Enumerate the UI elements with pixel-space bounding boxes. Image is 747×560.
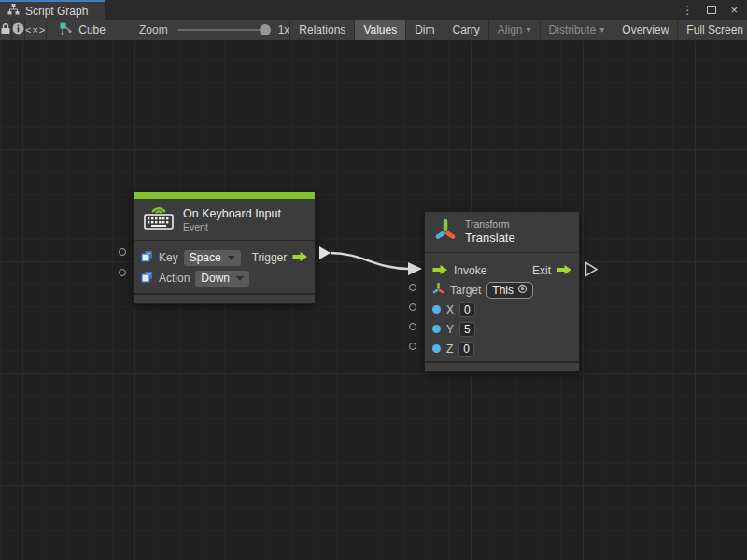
x-value-field[interactable]: 0 xyxy=(459,302,475,317)
tab-title: Script Graph xyxy=(25,5,88,18)
x-port-label: X xyxy=(446,303,454,316)
window-menu-icon[interactable]: ⋮ xyxy=(682,4,693,17)
action-dropdown[interactable]: Down xyxy=(195,271,249,287)
maximize-icon[interactable] xyxy=(707,6,716,14)
zoom-value: 1x xyxy=(278,23,290,36)
transform-mini-icon xyxy=(432,282,444,299)
lock-button[interactable] xyxy=(0,20,12,40)
y-value-field[interactable]: 5 xyxy=(459,322,475,337)
z-port-label: Z xyxy=(446,343,453,356)
literal-icon xyxy=(141,270,153,287)
trigger-output-port[interactable] xyxy=(319,246,331,259)
fullscreen-button[interactable]: Full Screen xyxy=(678,20,747,40)
x-input-port[interactable] xyxy=(409,303,416,311)
chevron-down-icon xyxy=(228,256,235,260)
value-port-icon xyxy=(432,344,441,353)
node-footer xyxy=(425,361,579,371)
zoom-slider[interactable] xyxy=(177,29,271,31)
node-on-keyboard-input[interactable]: On Keyboard Input Event Key Space xyxy=(133,191,316,304)
toolbar-main-segment: Cube Zoom 1x xyxy=(47,20,290,40)
transform-icon xyxy=(434,217,457,246)
graph-canvas[interactable]: On Keyboard Input Event Key Space xyxy=(0,41,747,560)
overview-button[interactable]: Overview xyxy=(613,20,678,40)
node-title: On Keyboard Input xyxy=(183,207,281,221)
trigger-port-label: Trigger xyxy=(252,251,288,264)
action-input-port[interactable] xyxy=(119,269,126,276)
zoom-label: Zoom xyxy=(139,23,168,36)
values-button[interactable]: Values xyxy=(355,20,406,40)
graph-toolbar: <×> Cube Zoom 1x Relations Values Dim Ca… xyxy=(0,20,747,41)
preview-code-button[interactable]: <×> xyxy=(25,20,47,40)
invoke-port-label: Invoke xyxy=(454,264,486,277)
y-input-port[interactable] xyxy=(409,323,416,330)
flow-arrow-icon xyxy=(557,262,572,279)
key-port-label: Key xyxy=(159,251,178,264)
key-input-port[interactable] xyxy=(119,248,126,256)
target-object-field[interactable]: This xyxy=(486,282,533,299)
align-button[interactable]: Align ▾ xyxy=(489,20,541,40)
node-title: Translate xyxy=(465,231,515,245)
chevron-down-icon xyxy=(236,276,244,281)
graph-hierarchy-icon xyxy=(7,4,20,18)
relations-button[interactable]: Relations xyxy=(290,20,355,40)
node-subtitle: Event xyxy=(183,221,281,232)
info-icon xyxy=(12,22,24,37)
keyboard-icon xyxy=(143,204,175,234)
zoom-slider-handle[interactable] xyxy=(260,24,271,35)
connection-wire xyxy=(0,41,747,560)
carry-button[interactable]: Carry xyxy=(444,20,489,40)
wire-arrowhead xyxy=(408,262,422,275)
flow-arrow-icon xyxy=(432,262,448,279)
graph-icon xyxy=(60,22,73,38)
title-bar: Script Graph ⋮ × xyxy=(0,0,747,20)
node-transform-translate[interactable]: Transform Translate Invoke Exit xyxy=(424,211,580,372)
object-picker-icon xyxy=(517,284,528,297)
value-port-icon xyxy=(432,305,441,314)
flow-arrow-icon xyxy=(292,249,308,266)
dim-button[interactable]: Dim xyxy=(406,20,444,40)
chevron-down-icon: ▾ xyxy=(527,25,531,35)
literal-icon xyxy=(141,249,153,266)
z-value-field[interactable]: 0 xyxy=(458,342,474,357)
node-footer xyxy=(134,293,315,303)
target-port-label: Target xyxy=(450,284,481,297)
tab-script-graph[interactable]: Script Graph xyxy=(0,0,105,20)
y-port-label: Y xyxy=(446,323,454,336)
chevron-down-icon: ▾ xyxy=(599,25,604,35)
code-icon: <×> xyxy=(25,24,46,35)
event-accent-strip xyxy=(134,192,315,199)
inspect-button[interactable] xyxy=(12,20,25,40)
lock-icon xyxy=(0,22,11,37)
value-port-icon xyxy=(432,325,441,333)
graph-name: Cube xyxy=(78,23,106,36)
key-dropdown[interactable]: Space xyxy=(184,250,241,266)
exit-output-port[interactable] xyxy=(585,261,599,277)
distribute-button[interactable]: Distribute ▾ xyxy=(541,20,614,40)
close-icon[interactable]: × xyxy=(730,3,738,17)
node-category: Transform xyxy=(465,218,515,231)
exit-port-label: Exit xyxy=(532,264,551,277)
action-port-label: Action xyxy=(159,272,190,285)
z-input-port[interactable] xyxy=(409,343,416,350)
target-input-port[interactable] xyxy=(409,284,416,291)
